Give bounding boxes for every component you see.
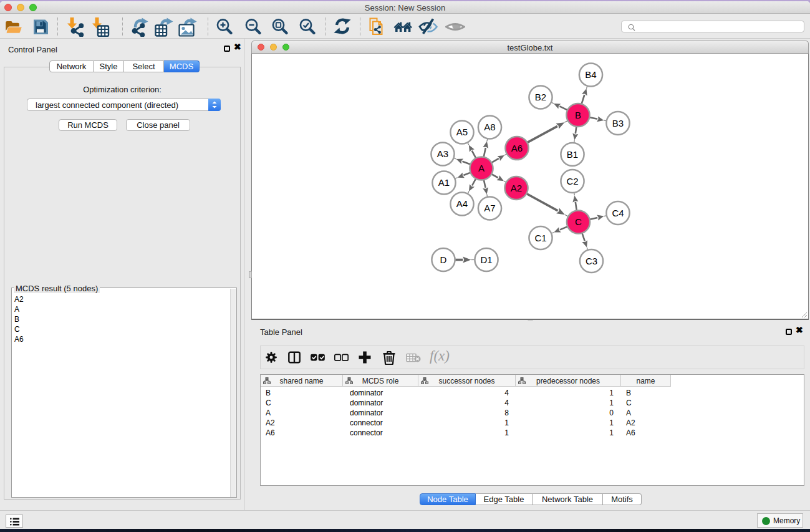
svg-text:A4: A4 xyxy=(456,198,468,209)
svg-text:D: D xyxy=(440,254,447,265)
svg-text:C: C xyxy=(575,216,582,227)
svg-text:C2: C2 xyxy=(566,176,578,186)
svg-text:B3: B3 xyxy=(612,118,624,128)
svg-text:C1: C1 xyxy=(534,233,546,243)
svg-text:B1: B1 xyxy=(567,149,578,160)
svg-text:A8: A8 xyxy=(484,122,495,132)
svg-text:A6: A6 xyxy=(511,143,523,153)
svg-text:C4: C4 xyxy=(612,208,624,218)
svg-text:B: B xyxy=(575,110,581,120)
svg-text:A2: A2 xyxy=(511,183,522,193)
svg-text:A1: A1 xyxy=(438,177,450,188)
svg-text:C3: C3 xyxy=(586,256,597,266)
svg-text:A7: A7 xyxy=(484,203,495,213)
svg-text:D1: D1 xyxy=(480,254,492,265)
svg-text:A3: A3 xyxy=(437,148,448,159)
svg-text:B4: B4 xyxy=(585,69,596,80)
svg-text:A: A xyxy=(478,163,485,173)
svg-text:B2: B2 xyxy=(535,92,546,102)
svg-text:A5: A5 xyxy=(456,127,468,137)
